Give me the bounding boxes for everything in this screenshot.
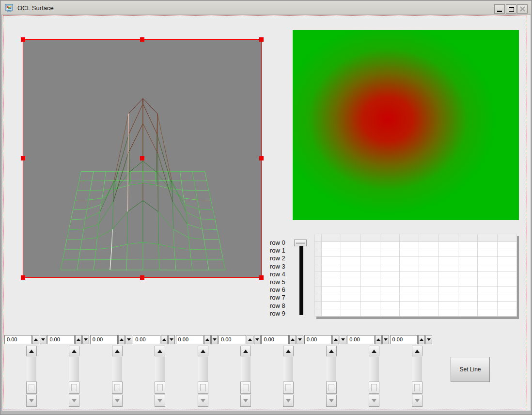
grid-cell[interactable] xyxy=(439,294,458,302)
grid-cell[interactable] xyxy=(498,264,517,271)
grid-cell[interactable] xyxy=(322,279,341,287)
spinner-value-field[interactable]: 0.00 xyxy=(304,335,332,344)
slider-down-button[interactable] xyxy=(369,395,379,407)
slider-thumb[interactable] xyxy=(412,382,422,394)
slider-down-button[interactable] xyxy=(198,395,208,407)
grid-cell[interactable] xyxy=(322,309,341,317)
grid-cell[interactable] xyxy=(361,257,380,264)
spinner-value-field[interactable]: 0.00 xyxy=(4,335,32,344)
grid-cell[interactable] xyxy=(361,279,380,287)
grid-cell[interactable] xyxy=(498,257,517,264)
grid-cell[interactable] xyxy=(458,249,478,256)
grid-cell[interactable] xyxy=(380,242,400,249)
slider-thumb[interactable] xyxy=(198,382,208,394)
slider-thumb[interactable] xyxy=(112,382,123,394)
spinner-value-field[interactable]: 0.00 xyxy=(261,335,289,344)
grid-cell[interactable] xyxy=(380,249,400,256)
grid-cell[interactable] xyxy=(341,257,360,264)
grid-cell[interactable] xyxy=(400,287,419,294)
slider-down-button[interactable] xyxy=(112,395,123,407)
spinner-value-field[interactable]: 0.00 xyxy=(176,335,203,344)
grid-cell[interactable] xyxy=(400,249,419,256)
spinner-value-field[interactable]: 0.00 xyxy=(47,335,75,344)
grid-cell[interactable] xyxy=(439,272,458,279)
grid-cell[interactable] xyxy=(439,249,458,256)
slider-track[interactable] xyxy=(155,357,165,382)
minimize-button[interactable] xyxy=(494,4,505,14)
grid-cell[interactable] xyxy=(380,272,400,279)
selection-handle[interactable] xyxy=(21,275,25,280)
selection-handle[interactable] xyxy=(140,37,144,42)
slider-track[interactable] xyxy=(327,357,336,382)
slider-up-button[interactable] xyxy=(69,346,79,356)
grid-cell[interactable] xyxy=(498,272,517,279)
spinner-up-button[interactable] xyxy=(118,335,125,344)
grid-cell[interactable] xyxy=(498,309,517,317)
grid-cell[interactable] xyxy=(361,272,380,279)
grid-cell[interactable] xyxy=(322,272,341,279)
slider-up-button[interactable] xyxy=(369,346,379,356)
grid-cell[interactable] xyxy=(361,294,380,302)
slider-up-button[interactable] xyxy=(326,346,337,356)
grid-cell[interactable] xyxy=(478,257,497,264)
grid-cell[interactable] xyxy=(498,279,517,287)
spinner-down-button[interactable] xyxy=(297,335,303,344)
slider-up-button[interactable] xyxy=(412,346,422,356)
grid-cell[interactable] xyxy=(478,302,497,309)
close-button[interactable] xyxy=(517,4,528,14)
grid-cell[interactable] xyxy=(498,242,517,249)
grid-cell[interactable] xyxy=(400,279,419,287)
grid-cell[interactable] xyxy=(498,287,517,294)
grid-cell[interactable] xyxy=(380,257,400,264)
slider-down-button[interactable] xyxy=(283,395,294,407)
slider-down-button[interactable] xyxy=(155,395,165,407)
grid-cell[interactable] xyxy=(478,279,497,287)
grid-cell[interactable] xyxy=(341,249,360,256)
row-slider-track[interactable] xyxy=(299,241,303,315)
slider-track[interactable] xyxy=(412,357,422,382)
grid-cell[interactable] xyxy=(361,264,380,271)
slider-thumb[interactable] xyxy=(155,382,165,394)
selection-handle[interactable] xyxy=(21,156,25,160)
slider-thumb[interactable] xyxy=(326,382,337,394)
grid-cell[interactable] xyxy=(341,272,360,279)
slider-track[interactable] xyxy=(27,357,36,382)
grid-cell[interactable] xyxy=(419,242,438,249)
slider-thumb[interactable] xyxy=(26,382,37,394)
grid-cell[interactable] xyxy=(419,302,438,309)
grid-cell[interactable] xyxy=(498,294,517,302)
grid-cell[interactable] xyxy=(419,287,438,294)
slider-up-button[interactable] xyxy=(283,346,294,356)
grid-cell[interactable] xyxy=(478,309,497,317)
value-grid[interactable] xyxy=(314,234,517,317)
grid-cell[interactable] xyxy=(380,309,400,317)
grid-cell[interactable] xyxy=(341,309,360,317)
grid-cell[interactable] xyxy=(341,264,360,271)
grid-cell[interactable] xyxy=(361,302,380,309)
grid-cell[interactable] xyxy=(478,264,497,271)
grid-cell[interactable] xyxy=(341,294,360,302)
grid-cell[interactable] xyxy=(419,264,438,271)
grid-cell[interactable] xyxy=(458,264,478,271)
grid-cell[interactable] xyxy=(439,257,458,264)
grid-cell[interactable] xyxy=(419,257,438,264)
set-line-button[interactable]: Set Line xyxy=(451,357,490,382)
grid-cell[interactable] xyxy=(361,249,380,256)
grid-cell[interactable] xyxy=(478,287,497,294)
grid-cell[interactable] xyxy=(341,242,360,249)
spinner-value-field[interactable]: 0.00 xyxy=(390,335,418,344)
grid-cell[interactable] xyxy=(439,264,458,271)
grid-cell[interactable] xyxy=(419,309,438,317)
grid-cell[interactable] xyxy=(478,294,497,302)
grid-cell[interactable] xyxy=(400,309,419,317)
slider-thumb[interactable] xyxy=(283,382,294,394)
grid-cell[interactable] xyxy=(458,287,478,294)
grid-cell[interactable] xyxy=(458,272,478,279)
spinner-down-button[interactable] xyxy=(168,335,175,344)
grid-cell[interactable] xyxy=(322,294,341,302)
spinner-value-field[interactable]: 0.00 xyxy=(90,335,118,344)
grid-cell[interactable] xyxy=(458,242,478,249)
grid-cell[interactable] xyxy=(380,264,400,271)
slider-down-button[interactable] xyxy=(240,395,251,407)
maximize-button[interactable] xyxy=(506,4,516,14)
